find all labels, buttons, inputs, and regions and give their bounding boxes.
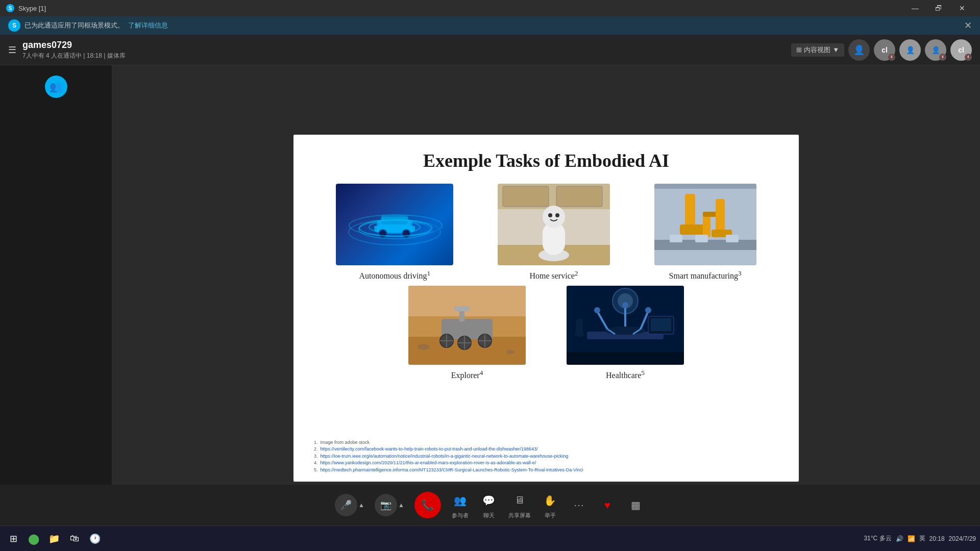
svg-rect-3 [377, 220, 412, 233]
store-bag-icon: 🛍 [70, 533, 79, 544]
svg-rect-7 [423, 224, 440, 232]
raise-hand-button[interactable]: ✋ 举手 [541, 491, 559, 519]
participants-label: 参与者 [452, 512, 469, 519]
autonomous-driving-image [336, 184, 453, 265]
content-view-label: 内容视图 [804, 45, 830, 55]
reaction-button[interactable]: ♥ [598, 496, 617, 514]
participants-icon[interactable]: 👥 [45, 76, 67, 98]
explorer-svg [408, 286, 526, 365]
avatar-cl-label: cl [881, 46, 888, 54]
smart-manufacturing-image [654, 184, 756, 265]
svg-rect-32 [408, 286, 526, 316]
svg-rect-29 [654, 184, 756, 189]
slide-item-autonomous-driving: Autonomous driving1 [336, 184, 453, 281]
files-icon[interactable]: 📁 [45, 530, 63, 548]
channel-name: games0729 [22, 40, 791, 51]
camera-icon: 📷 [380, 499, 391, 511]
hamburger-icon[interactable]: ☰ [8, 44, 16, 56]
notification-link[interactable]: 了解详细信息 [128, 21, 168, 30]
mic-group: 🎤 ▲ [335, 494, 364, 516]
svg-rect-22 [703, 214, 710, 237]
svg-point-0 [349, 219, 440, 245]
slide-bottom-grid: Explorer4 [314, 286, 778, 380]
camera-group: 📷 ▲ [375, 494, 404, 516]
svg-point-5 [379, 230, 387, 238]
volume-icon: 🔊 [896, 535, 903, 542]
mic-button[interactable]: 🎤 [335, 494, 357, 516]
end-call-button[interactable]: 📞 [414, 492, 441, 518]
maximize-button[interactable]: 🗗 [927, 0, 950, 16]
channel-info-block: games0729 7人中有 4 人在通话中 | 18:18 | 媒体库 [22, 40, 791, 60]
wifi-icon: 📶 [908, 535, 915, 542]
notification-close[interactable]: ✕ [964, 20, 972, 31]
clock-face-icon: 🕐 [89, 533, 101, 544]
avatar-cl2[interactable]: cl 🔇 [950, 39, 972, 61]
avatar-face2-label: 👤 [906, 46, 915, 54]
taskbar: ⊞ ⬤ 📁 🛍 🕐 31°C 多云 🔊 📶 英 20:18 2024/7/29 [0, 525, 980, 551]
notification-icon: S [8, 19, 20, 32]
qr-button[interactable]: ▦ [627, 496, 645, 514]
folder-icon: 📁 [48, 533, 60, 544]
chevron-down-icon: ▼ [832, 46, 839, 54]
slide-area: Exemple Tasks of Embodied AI [112, 65, 980, 551]
more-icon: ⋯ [570, 496, 588, 514]
slide-container: Exemple Tasks of Embodied AI [293, 135, 799, 482]
notification-text: 已为此通适应用了同框场景模式。 [24, 21, 124, 30]
clock-icon[interactable]: 🕐 [86, 530, 104, 548]
label-explorer: Explorer4 [451, 369, 483, 380]
camera-expand-arrow[interactable]: ▲ [398, 502, 404, 509]
svg-rect-10 [503, 186, 549, 207]
chat-icon: 💬 [480, 491, 498, 510]
camera-button[interactable]: 📷 [375, 494, 397, 516]
slide-title: Exemple Tasks of Embodied AI [314, 150, 778, 171]
more-button[interactable]: ⋯ [570, 496, 588, 514]
svg-rect-35 [454, 306, 470, 311]
slide-item-explorer: Explorer4 [408, 286, 526, 380]
title-bar-left: S Skype [1] [6, 4, 46, 12]
content-view-icon: ⊞ [796, 46, 802, 54]
healthcare-image [567, 286, 684, 365]
svg-point-45 [418, 344, 430, 350]
slide-item-home-service: Home service2 [498, 184, 610, 281]
notification-bar: S 已为此通适应用了同框场景模式。 了解详细信息 ✕ [0, 16, 980, 35]
svg-rect-27 [695, 235, 708, 242]
clock-time: 20:18 [929, 535, 945, 542]
svg-point-2 [369, 221, 420, 233]
svg-rect-28 [726, 235, 739, 242]
explorer-image [408, 286, 526, 365]
mic-expand-arrow[interactable]: ▲ [358, 502, 364, 509]
chat-label: 聊天 [483, 512, 495, 519]
footnote-5: 5. https://medtech.pharmaintelligence.in… [314, 467, 583, 474]
store-icon[interactable]: 🛍 [65, 530, 84, 548]
close-button[interactable]: ✕ [950, 0, 974, 16]
start-icon: ⊞ [10, 533, 17, 544]
start-button[interactable]: ⊞ [4, 530, 22, 548]
add-participant-button[interactable]: 👤 [848, 39, 870, 61]
share-screen-label: 共享屏幕 [508, 512, 531, 519]
svg-point-17 [555, 213, 559, 217]
avatar-face2[interactable]: 👤 [899, 39, 921, 61]
content-view-button[interactable]: ⊞ 内容视图 ▼ [791, 43, 844, 57]
mic-off-icon-cl: 🔇 [888, 54, 895, 61]
raise-hand-label: 举手 [545, 512, 556, 519]
avatar-face3[interactable]: 👤 🔇 [925, 39, 946, 61]
label-autonomous-driving: Autonomous driving1 [359, 269, 431, 281]
top-bar-right: ⊞ 内容视图 ▼ 👤 cl 🔇 👤 👤 🔇 cl 🔇 [791, 39, 972, 61]
avatar-cl[interactable]: cl 🔇 [874, 39, 895, 61]
taskbar-right: 31°C 多云 🔊 📶 英 20:18 2024/7/29 [864, 534, 976, 543]
date-display: 2024/7/29 [949, 535, 976, 542]
heart-icon: ♥ [598, 496, 617, 514]
svg-rect-21 [680, 224, 705, 235]
add-participant-icon: 👤 [853, 44, 865, 56]
browser-icon[interactable]: ⬤ [24, 530, 43, 548]
svg-point-46 [506, 350, 514, 354]
svg-point-58 [645, 307, 651, 313]
label-smart-manufacturing: Smart manufacturing3 [669, 269, 742, 281]
chat-button[interactable]: 💬 聊天 [480, 491, 498, 519]
svg-rect-64 [576, 319, 583, 337]
share-screen-button[interactable]: 🖥 共享屏幕 [508, 491, 531, 519]
skype-icon: S [6, 4, 14, 12]
footnote-4: 4. https://www.yankodesign.com/2020/11/2… [314, 460, 583, 467]
participants-button[interactable]: 👥 参与者 [451, 491, 470, 519]
minimize-button[interactable]: — [903, 0, 927, 16]
